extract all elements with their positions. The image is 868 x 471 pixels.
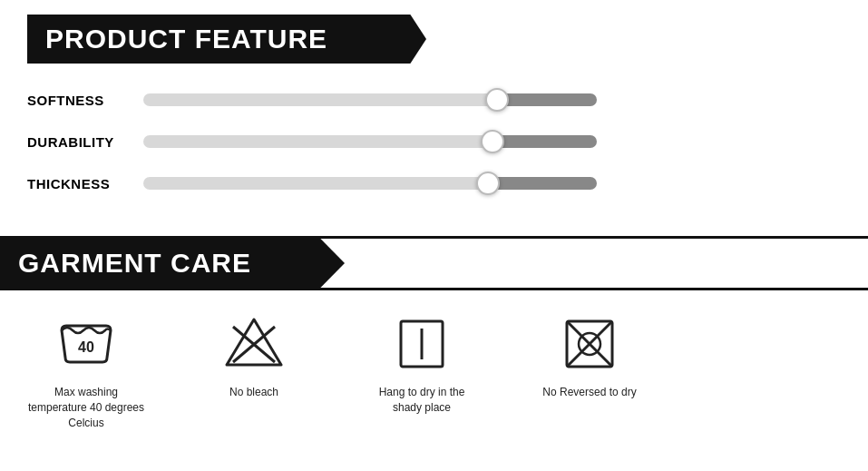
svg-text:40: 40 — [78, 339, 94, 355]
no-reverse-icon — [558, 312, 621, 376]
garment-care-section: GARMENT CARE 40 Max washing temperature … — [0, 236, 868, 448]
garment-care-header: GARMENT CARE — [0, 239, 345, 288]
softness-label: SOFTNESS — [27, 93, 127, 108]
care-item-no-bleach: No bleach — [200, 312, 308, 400]
care-item-wash: 40 Max washing temperature 40 degrees Ce… — [27, 312, 145, 430]
svg-marker-1 — [227, 319, 281, 365]
product-feature-title: PRODUCT FEATURE — [45, 24, 327, 54]
thickness-thumb[interactable] — [476, 172, 500, 195]
care-item-hang-dry: Hang to dry in the shady place — [363, 312, 481, 416]
care-icons-section: 40 Max washing temperature 40 degrees Ce… — [0, 290, 868, 448]
durability-thumb[interactable] — [481, 130, 504, 153]
thickness-row: THICKNESS — [27, 172, 841, 194]
no-bleach-label: No bleach — [229, 385, 278, 400]
care-item-no-reverse: No Reversed to dry — [535, 312, 644, 400]
features-wrapper: PRODUCT FEATURE SOFTNESS DURABILITY THIC… — [0, 0, 868, 236]
wash-label: Max washing temperature 40 degrees Celci… — [27, 385, 145, 430]
hang-dry-icon — [390, 312, 454, 376]
wash-icon: 40 — [54, 312, 118, 376]
thickness-slider[interactable] — [143, 172, 597, 194]
softness-thumb[interactable] — [485, 88, 509, 112]
thickness-track — [143, 177, 597, 190]
softness-row: SOFTNESS — [27, 89, 841, 111]
durability-row: DURABILITY — [27, 131, 841, 152]
no-reverse-label: No Reversed to dry — [542, 385, 636, 400]
garment-header-line — [345, 239, 868, 288]
garment-care-title: GARMENT CARE — [18, 248, 327, 279]
durability-track — [143, 135, 597, 148]
softness-slider[interactable] — [143, 89, 597, 111]
durability-label: DURABILITY — [27, 134, 127, 150]
hang-dry-label: Hang to dry in the shady place — [363, 385, 481, 416]
thickness-label: THICKNESS — [27, 176, 127, 191]
garment-header-wrap: GARMENT CARE — [0, 236, 868, 290]
softness-track — [143, 93, 597, 106]
product-feature-header: PRODUCT FEATURE — [27, 15, 426, 64]
durability-slider[interactable] — [143, 131, 597, 152]
product-feature-section: PRODUCT FEATURE SOFTNESS DURABILITY THIC… — [0, 0, 868, 236]
no-bleach-icon — [222, 312, 286, 376]
